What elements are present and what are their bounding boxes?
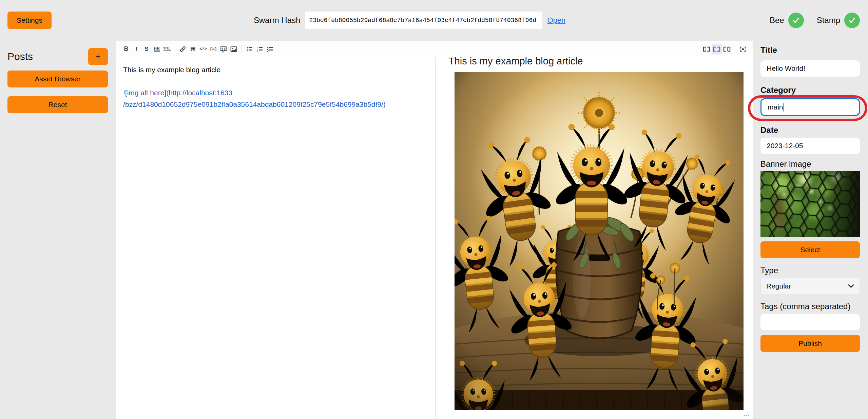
editor-line-image-markdown-1: ![img alt here](http://localhost:1633: [123, 87, 428, 99]
bee-check-icon: [788, 13, 804, 28]
new-post-button[interactable]: +: [88, 48, 108, 65]
type-select-value: Regular: [766, 282, 791, 290]
task-list-icon[interactable]: [265, 44, 275, 55]
editor-toolbar: B I S HR TITL </> {=}: [116, 41, 753, 57]
date-input[interactable]: 2023-12-05: [760, 138, 860, 154]
category-label: Category: [760, 85, 860, 95]
markdown-editor: B I S HR TITL </> {=}: [116, 41, 753, 419]
text-caret: [784, 103, 784, 112]
publish-button[interactable]: Publish: [760, 335, 860, 352]
preview-overflow-indicator: ...: [744, 411, 749, 418]
select-banner-button[interactable]: Select: [760, 241, 860, 258]
stamp-check-icon: [844, 13, 860, 28]
status-group: Bee Stamp: [770, 0, 860, 41]
swarm-hash-label: Swarm Hash: [254, 16, 300, 25]
markdown-source-pane[interactable]: This is my example blog article ![img al…: [116, 57, 435, 419]
code-block-icon[interactable]: {=}: [208, 44, 218, 55]
fullscreen-icon[interactable]: [738, 44, 748, 55]
bold-icon[interactable]: B: [121, 44, 131, 55]
editor-line-image-markdown-2: /bzz/d1480d10652d975e091b2ffa0a35614abda…: [123, 99, 428, 110]
horizontal-rule-icon[interactable]: HR: [152, 44, 162, 55]
asset-browser-button[interactable]: Asset Browser: [7, 71, 108, 87]
toolbar-separator: [242, 45, 242, 53]
category-input[interactable]: main: [760, 98, 860, 116]
blog-post-bee-image: [455, 72, 744, 410]
title-label: Title: [760, 45, 860, 55]
type-select[interactable]: Regular: [760, 278, 860, 294]
banner-image-thumbnail: [760, 171, 860, 237]
link-icon[interactable]: [178, 44, 188, 55]
title-input[interactable]: Hello World!: [760, 60, 860, 77]
top-bar: Settings Swarm Hash 23bc6feb80055b29adf6…: [0, 0, 868, 41]
view-split-icon[interactable]: [712, 44, 722, 55]
quote-icon[interactable]: [188, 44, 198, 55]
type-label: Type: [760, 266, 860, 275]
toolbar-separator: [735, 45, 735, 53]
unordered-list-icon[interactable]: [245, 44, 255, 55]
toolbar-separator: [175, 45, 175, 53]
left-sidebar: Posts + Asset Browser Reset: [0, 41, 116, 419]
settings-button[interactable]: Settings: [7, 12, 52, 29]
date-label: Date: [760, 125, 860, 135]
tags-input[interactable]: [760, 314, 860, 330]
post-properties-panel: Title Hello World! Category main Date 20…: [753, 41, 868, 419]
preview-article-text: This is my example blog article: [448, 57, 753, 67]
banner-image-label: Banner image: [760, 159, 860, 169]
code-icon[interactable]: </>: [198, 44, 208, 55]
editor-line-blank: [123, 76, 428, 87]
comment-code-icon[interactable]: [218, 44, 229, 55]
chevron-down-icon: [848, 284, 854, 288]
reset-button[interactable]: Reset: [7, 96, 108, 113]
title-icon[interactable]: TITL: [162, 44, 172, 55]
bee-status-label: Bee: [770, 16, 784, 25]
swarm-hash-input[interactable]: 23bc6feb80055b29adf68a8c7b7a16a454f03c4f…: [305, 12, 542, 29]
stamp-status-label: Stamp: [817, 16, 840, 25]
open-link[interactable]: Open: [547, 16, 565, 25]
tags-label: Tags (comma separated): [760, 302, 860, 311]
svg-text:3: 3: [257, 50, 258, 52]
posts-heading: Posts: [7, 51, 33, 62]
markdown-preview-pane: This is my example blog article: [435, 57, 753, 419]
ordered-list-icon[interactable]: 1 2 3: [255, 44, 265, 55]
swarm-hash-group: Swarm Hash 23bc6feb80055b29adf68a8c7b7a1…: [254, 0, 565, 41]
strikethrough-icon[interactable]: S: [141, 44, 152, 55]
editor-line-text: This is my example blog article: [123, 64, 428, 76]
italic-icon[interactable]: I: [131, 44, 141, 55]
image-icon[interactable]: [229, 44, 239, 55]
view-preview-only-icon[interactable]: [722, 44, 732, 55]
view-editor-only-icon[interactable]: [701, 44, 712, 55]
